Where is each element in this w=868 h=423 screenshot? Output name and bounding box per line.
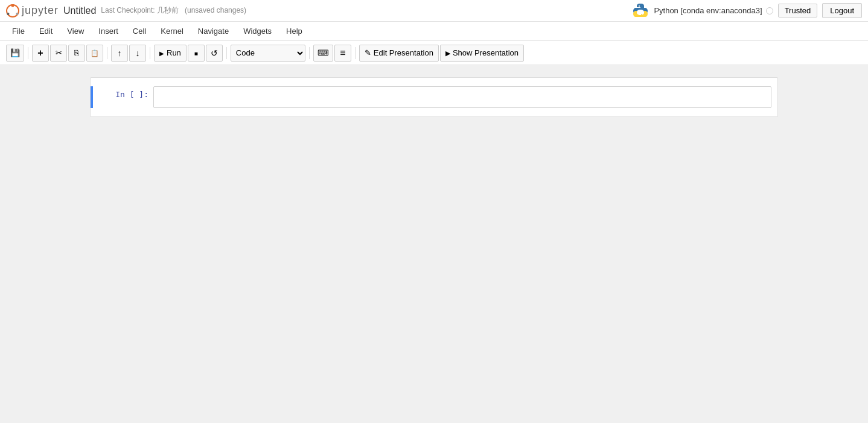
menu-navigate[interactable]: Navigate: [192, 24, 235, 38]
toolbar-sep-6: [355, 47, 356, 59]
kernel-info: Python [conda env:anaconda3]: [654, 6, 773, 15]
cell-prompt: In [ ]:: [93, 86, 153, 99]
save-button[interactable]: [6, 45, 24, 62]
cell-wrapper: [153, 86, 771, 108]
paste-icon: [91, 48, 99, 57]
menu-widgets[interactable]: Widgets: [237, 24, 278, 38]
menu-view[interactable]: View: [61, 24, 90, 38]
svg-point-3: [7, 13, 10, 15]
arrow-down-icon: [136, 48, 140, 58]
toolbar-sep-4: [226, 47, 227, 59]
toolbar-sep-1: [28, 47, 28, 59]
plus-icon: [37, 48, 43, 59]
notebook: In [ ]:: [90, 77, 778, 117]
menubar: File Edit View Insert Cell Kernel Naviga…: [0, 22, 868, 41]
logout-button[interactable]: Logout: [822, 3, 862, 18]
paste-cell-button[interactable]: [86, 45, 103, 62]
save-icon: [10, 48, 20, 57]
menu-cell[interactable]: Cell: [127, 24, 152, 38]
trusted-button[interactable]: Trusted: [778, 4, 818, 17]
copy-cell-button[interactable]: [68, 45, 85, 62]
cell-1: In [ ]:: [91, 84, 777, 110]
menu-kernel[interactable]: Kernel: [155, 24, 190, 38]
move-up-button[interactable]: [111, 45, 128, 62]
toolbar-sep-5: [309, 47, 310, 59]
jupyter-logo: jupyter: [6, 4, 59, 17]
list-button[interactable]: [334, 45, 351, 62]
menu-edit[interactable]: Edit: [33, 24, 59, 38]
menu-file[interactable]: File: [6, 24, 31, 38]
edit-icon: [365, 48, 371, 57]
edit-presentation-button[interactable]: Edit Presentation: [359, 45, 439, 62]
keyboard-button[interactable]: [313, 45, 333, 62]
svg-point-1: [11, 4, 14, 7]
notebook-title[interactable]: Untitled: [63, 5, 96, 16]
checkpoint-info: Last Checkpoint: 几秒前 (unsaved changes): [101, 5, 246, 16]
cell-input[interactable]: [153, 86, 771, 108]
restart-button[interactable]: [206, 45, 223, 62]
add-cell-button[interactable]: [32, 45, 49, 62]
run-button[interactable]: Run: [154, 45, 187, 62]
svg-point-2: [16, 13, 19, 15]
cell-type-select[interactable]: Code Markdown Raw NBConvert Heading: [231, 45, 305, 62]
play-icon: [445, 48, 450, 57]
keyboard-icon: [318, 48, 329, 57]
scissors-icon: [56, 48, 62, 57]
toolbar-sep-2: [107, 47, 107, 59]
run-icon: [159, 48, 164, 57]
copy-icon: [74, 48, 79, 57]
list-icon: [340, 48, 345, 59]
jupyter-brand-text: jupyter: [22, 4, 59, 17]
header-right: Python [conda env:anaconda3] Trusted Log…: [632, 2, 862, 19]
show-presentation-button[interactable]: Show Presentation: [440, 45, 524, 62]
arrow-up-icon: [118, 48, 122, 58]
python-logo-icon: [632, 2, 649, 19]
header-left: jupyter Untitled Last Checkpoint: 几秒前 (u…: [6, 4, 246, 17]
main-content: In [ ]:: [0, 65, 868, 423]
menu-help[interactable]: Help: [280, 24, 308, 38]
kernel-status-indicator: [766, 7, 773, 14]
toolbar: Run Code Markdown Raw NBConvert Heading …: [0, 41, 868, 65]
toolbar-sep-3: [150, 47, 150, 59]
jupyter-logo-icon: [6, 4, 19, 17]
stop-icon: [194, 48, 198, 57]
header: jupyter Untitled Last Checkpoint: 几秒前 (u…: [0, 0, 868, 22]
restart-icon: [211, 48, 218, 58]
menu-insert[interactable]: Insert: [92, 24, 124, 38]
move-down-button[interactable]: [129, 45, 146, 62]
cut-cell-button[interactable]: [50, 45, 67, 62]
stop-button[interactable]: [188, 45, 205, 62]
